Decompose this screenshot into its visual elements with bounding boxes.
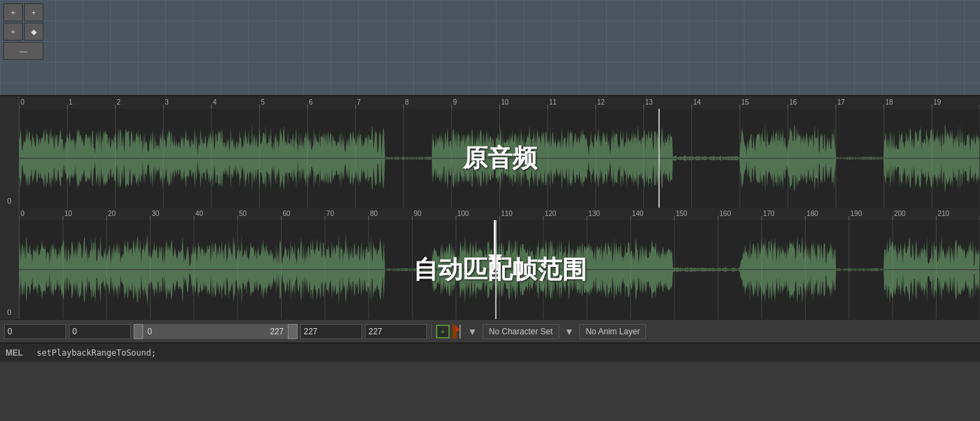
no-character-set-btn[interactable]: No Character Set [483, 324, 559, 339]
viewport-controls: + + + ◆ — [3, 3, 43, 60]
key-add-btn[interactable]: + [436, 325, 450, 338]
range-thumb-right[interactable] [288, 324, 298, 339]
no-anim-layer-label: No Anim Layer [585, 327, 640, 336]
range-track[interactable]: 0 227 [143, 324, 288, 339]
key-pipe [459, 325, 461, 338]
lower-left-strip: 0 [0, 220, 19, 319]
ctrl-diamond[interactable]: ◆ [24, 23, 43, 41]
upper-waveform-main[interactable]: 原音频 [19, 109, 980, 208]
ctrl-plus-minus[interactable]: + [24, 3, 43, 21]
statusbar: MEL setPlaybackRangeToSound; [0, 343, 980, 362]
no-anim-layer-btn[interactable]: No Anim Layer [579, 324, 646, 339]
range-start-label: 0 [147, 327, 152, 336]
mel-label: MEL [6, 348, 23, 358]
upper-waveform-section: 0 原音频 [0, 96, 980, 208]
upper-zero-label: 0 [7, 197, 11, 205]
range-thumb-left[interactable] [134, 324, 143, 339]
range-container: 0 227 [134, 324, 298, 339]
bookmark-flag [456, 326, 459, 333]
upper-ruler [19, 96, 980, 109]
bookmark-icon[interactable] [452, 325, 457, 338]
ctrl-plus[interactable]: + [3, 23, 23, 41]
no-character-set-label: No Character Set [489, 327, 553, 336]
range-end-label: 227 [270, 327, 284, 336]
upper-left-strip: 0 [0, 109, 19, 208]
dropdown-arrow-2: ▼ [565, 326, 574, 337]
ctrl-minus-bar[interactable]: — [3, 42, 43, 60]
upper-left-strip-ruler [0, 96, 19, 109]
ctrl-plus-plus[interactable]: + [3, 3, 23, 21]
viewport-grid [0, 0, 980, 95]
toolbar-divider1 [431, 325, 432, 338]
lower-ruler [19, 208, 980, 220]
toolbar: 0 0 0 227 227 227 + ▼ No Character Set ▼… [0, 319, 980, 343]
lower-waveform-main[interactable]: 自动匹配帧范围 [19, 220, 980, 319]
toolbar-field1[interactable]: 0 [4, 324, 66, 339]
dropdown-btn-2[interactable]: ▼ [562, 325, 577, 338]
toolbar-field2[interactable]: 0 [69, 324, 131, 339]
dropdown-arrow-1: ▼ [468, 326, 477, 337]
viewport-area: + + + ◆ — [0, 0, 980, 96]
statusbar-command: setPlaybackRangeToSound; [37, 348, 156, 358]
dropdown-btn-1[interactable]: ▼ [465, 325, 480, 338]
key-icon-group: + [436, 325, 462, 338]
lower-left-strip-ruler [0, 208, 19, 220]
toolbar-field4[interactable]: 227 [365, 324, 427, 339]
lower-waveform-section: 0 自动匹配帧范围 [0, 208, 980, 319]
lower-zero-label: 0 [7, 308, 11, 316]
key-plus-icon: + [441, 327, 445, 336]
toolbar-field3[interactable]: 227 [300, 324, 362, 339]
